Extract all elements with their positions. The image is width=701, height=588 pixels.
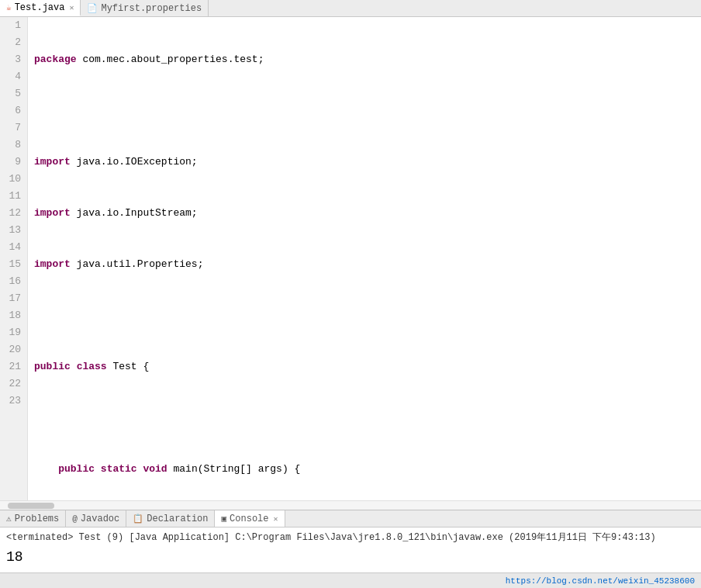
line-num-16: 16: [6, 273, 21, 290]
line-num-22: 22: [6, 375, 21, 393]
line-num-9: 9: [6, 154, 21, 171]
line-num-7: 7: [6, 119, 21, 137]
status-url[interactable]: https://blog.csdn.net/weixin_45238600: [506, 576, 695, 586]
line-num-18: 18: [6, 307, 21, 324]
code-line-6: [34, 307, 695, 324]
line-num-1: 1: [6, 17, 21, 34]
console-content: <terminated> Test (9) [Java Application]…: [0, 527, 701, 572]
code-area[interactable]: 1 2 3 4 5 6 7 8 9 10 11 12 13 14 15 16 1…: [0, 17, 701, 500]
console-output: 18: [6, 545, 695, 569]
tab-myfirst-props-label: Myfirst.properties: [101, 3, 202, 14]
line-num-4: 4: [6, 68, 21, 85]
line-num-20: 20: [6, 341, 21, 358]
code-content[interactable]: package com.mec.about_properties.test; i…: [28, 17, 701, 500]
code-line-3: import java.io.IOException;: [34, 154, 695, 171]
tab-test-java[interactable]: ☕ Test.java ✕: [0, 0, 81, 16]
tab-test-java-close[interactable]: ✕: [69, 3, 74, 12]
tab-myfirst-props[interactable]: 📄 Myfirst.properties: [81, 0, 209, 16]
line-num-11: 11: [6, 188, 21, 205]
line-num-21: 21: [6, 358, 21, 375]
line-num-10: 10: [6, 171, 21, 188]
line-num-5: 5: [6, 85, 21, 102]
console-icon: ▣: [221, 514, 226, 524]
line-num-14: 14: [6, 239, 21, 256]
line-num-17: 17: [6, 290, 21, 307]
line-num-15: 15: [6, 256, 21, 273]
line-num-19: 19: [6, 324, 21, 341]
tab-problems-label: Problems: [15, 514, 60, 524]
console-terminated-line: <terminated> Test (9) [Java Application]…: [6, 531, 695, 545]
line-num-3: 3: [6, 51, 21, 68]
line-numbers: 1 2 3 4 5 6 7 8 9 10 11 12 13 14 15 16 1…: [0, 17, 28, 500]
declaration-icon: 📋: [133, 514, 143, 524]
code-line-1: package com.mec.about_properties.test;: [34, 51, 695, 68]
line-num-6: 6: [6, 102, 21, 119]
problems-icon: ⚠: [6, 514, 12, 524]
line-num-13: 13: [6, 222, 21, 239]
tab-javadoc-label: Javadoc: [81, 514, 119, 524]
tab-problems[interactable]: ⚠ Problems: [0, 510, 66, 527]
code-line-7: public class Test {: [34, 358, 695, 375]
tab-test-java-label: Test.java: [15, 2, 65, 13]
tab-javadoc[interactable]: @ Javadoc: [66, 510, 126, 527]
code-line-4: import java.io.InputStream;: [34, 205, 695, 222]
tab-declaration-label: Declaration: [147, 514, 208, 524]
code-line-5: import java.util.Properties;: [34, 256, 695, 273]
code-line-2: [34, 102, 695, 119]
line-num-23: 23: [6, 393, 21, 410]
status-bar: https://blog.csdn.net/weixin_45238600: [0, 572, 701, 588]
line-num-8: 8: [6, 137, 21, 154]
code-line-9: public static void main(String[] args) {: [34, 461, 695, 478]
line-num-12: 12: [6, 205, 21, 222]
bottom-tab-bar: ⚠ Problems @ Javadoc 📋 Declaration ▣ Con…: [0, 510, 701, 527]
tab-console-label: Console: [230, 514, 268, 524]
code-line-8: [34, 410, 695, 427]
editor-scrollbar[interactable]: [0, 500, 701, 510]
editor-area: 1 2 3 4 5 6 7 8 9 10 11 12 13 14 15 16 1…: [0, 17, 701, 510]
line-num-2: 2: [6, 34, 21, 51]
javadoc-icon: @: [72, 514, 78, 524]
console-close[interactable]: ✕: [274, 514, 278, 524]
tab-declaration[interactable]: 📋 Declaration: [126, 510, 215, 527]
scrollbar-thumb[interactable]: [8, 503, 54, 509]
bottom-panel: ⚠ Problems @ Javadoc 📋 Declaration ▣ Con…: [0, 510, 701, 572]
java-file-icon: ☕: [6, 2, 12, 12]
props-file-icon: 📄: [87, 3, 98, 13]
tab-bar: ☕ Test.java ✕ 📄 Myfirst.properties: [0, 0, 701, 17]
tab-console[interactable]: ▣ Console ✕: [215, 510, 285, 527]
